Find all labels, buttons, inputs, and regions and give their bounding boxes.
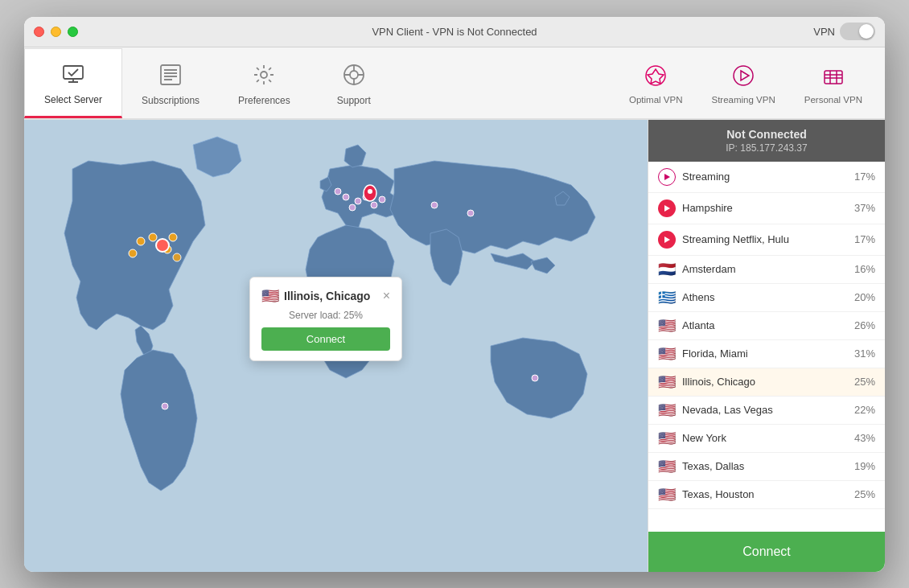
svg-point-39 xyxy=(349,204,356,211)
server-list-item[interactable]: 🇺🇸Nevada, Las Vegas22% xyxy=(648,397,885,425)
maximize-button[interactable] xyxy=(68,27,78,37)
svg-rect-0 xyxy=(64,66,83,79)
select-server-label: Select Server xyxy=(44,94,102,105)
server-list-item[interactable]: 🇺🇸Texas, Dallas19% xyxy=(648,453,885,481)
vpn-toggle-container: VPN xyxy=(813,23,875,40)
server-name: New York xyxy=(682,432,841,444)
svg-point-44 xyxy=(162,403,168,409)
popup-close-button[interactable]: × xyxy=(383,290,390,302)
streaming-vpn-button[interactable]: Streaming VPN xyxy=(699,55,788,111)
server-load: 37% xyxy=(847,202,875,214)
svg-point-46 xyxy=(532,375,538,381)
server-list-item[interactable]: 🇳🇱Amsterdam16% xyxy=(648,256,885,284)
server-name: Atlanta xyxy=(682,319,841,331)
preferences-icon xyxy=(249,60,279,90)
server-name: Texas, Houston xyxy=(682,488,841,500)
panel-header: Not Connected IP: 185.177.243.37 xyxy=(648,120,885,162)
preferences-label: Preferences xyxy=(238,95,290,106)
right-panel: Not Connected IP: 185.177.243.37 Streami… xyxy=(648,120,885,572)
svg-point-35 xyxy=(355,198,361,204)
tab-support[interactable]: Support xyxy=(310,47,398,118)
svg-point-10 xyxy=(350,71,358,79)
personal-vpn-icon xyxy=(819,61,848,90)
optimal-vpn-icon xyxy=(641,61,670,90)
svg-point-37 xyxy=(371,202,377,208)
server-load: 43% xyxy=(847,432,875,444)
svg-point-31 xyxy=(129,249,137,257)
server-load: 17% xyxy=(847,171,875,183)
svg-point-32 xyxy=(156,239,169,252)
svg-marker-48 xyxy=(664,205,670,212)
server-name: Florida, Miami xyxy=(682,347,841,360)
map-area[interactable]: 🇺🇸 Illinois, Chicago × Server load: 25% … xyxy=(24,120,648,572)
select-server-icon xyxy=(58,59,88,89)
svg-point-34 xyxy=(343,194,349,200)
tab-preferences[interactable]: Preferences xyxy=(219,47,310,118)
subscriptions-label: Subscriptions xyxy=(142,95,199,106)
popup-flag: 🇺🇸 xyxy=(261,287,279,305)
server-list-item[interactable]: Streaming Netflix, Hulu17% xyxy=(648,224,885,256)
server-name: Illinois, Chicago xyxy=(682,376,841,388)
main-connect-button[interactable]: Connect xyxy=(648,532,885,572)
subscriptions-icon xyxy=(155,60,186,90)
app-window: VPN Client - VPN is Not Connected VPN Se… xyxy=(24,17,885,572)
support-label: Support xyxy=(337,95,371,106)
map-popup: 🇺🇸 Illinois, Chicago × Server load: 25% … xyxy=(249,277,402,361)
server-list: Streaming17%Hampshire37%Streaming Netfli… xyxy=(648,162,885,532)
optimal-vpn-button[interactable]: Optimal VPN xyxy=(616,55,695,111)
server-list-item[interactable]: 🇺🇸Atlanta26% xyxy=(648,312,885,340)
main-content: 🇺🇸 Illinois, Chicago × Server load: 25% … xyxy=(24,120,885,572)
window-title: VPN Client - VPN is Not Connected xyxy=(372,26,537,38)
server-load: 20% xyxy=(847,291,875,303)
svg-point-43 xyxy=(467,210,474,216)
server-list-item[interactable]: Hampshire37% xyxy=(648,193,885,224)
server-list-item[interactable]: 🇬🇷Athens20% xyxy=(648,284,885,312)
server-name: Hampshire xyxy=(682,202,841,214)
server-load: 16% xyxy=(847,263,875,275)
popup-connect-button[interactable]: Connect xyxy=(261,327,390,351)
server-name: Streaming Netflix, Hulu xyxy=(682,233,841,245)
minimize-button[interactable] xyxy=(51,27,61,37)
svg-point-25 xyxy=(169,233,177,241)
ip-address: IP: 185.177.243.37 xyxy=(660,142,874,154)
vpn-toggle-label: VPN xyxy=(813,26,835,38)
svg-point-8 xyxy=(261,72,267,78)
svg-point-29 xyxy=(149,233,157,241)
personal-vpn-button[interactable]: Personal VPN xyxy=(792,55,875,111)
svg-marker-16 xyxy=(648,69,664,84)
svg-point-41 xyxy=(368,189,372,194)
svg-marker-49 xyxy=(664,236,670,243)
svg-rect-3 xyxy=(161,65,180,84)
tab-select-server[interactable]: Select Server xyxy=(24,48,122,118)
server-name: Athens xyxy=(682,291,841,303)
svg-point-38 xyxy=(379,196,385,203)
server-load: 26% xyxy=(847,319,875,331)
titlebar: VPN Client - VPN is Not Connected VPN xyxy=(24,17,885,47)
toolbar-right: Optimal VPN Streaming VPN xyxy=(616,47,885,118)
toolbar: Select Server Subscriptions xyxy=(24,47,885,120)
streaming-vpn-icon xyxy=(729,61,758,90)
streaming-vpn-label: Streaming VPN xyxy=(712,95,775,105)
popup-title: 🇺🇸 Illinois, Chicago xyxy=(261,287,370,305)
server-list-item[interactable]: 🇺🇸New York43% xyxy=(648,425,885,453)
connection-status: Not Connected xyxy=(660,128,874,141)
svg-marker-47 xyxy=(664,174,670,180)
server-list-item[interactable]: 🇺🇸Illinois, Chicago25% xyxy=(648,368,885,397)
server-list-item[interactable]: Streaming17% xyxy=(648,162,885,193)
optimal-vpn-label: Optimal VPN xyxy=(629,95,682,105)
vpn-toggle-switch[interactable] xyxy=(840,23,875,40)
server-load: 25% xyxy=(847,488,875,500)
server-name: Texas, Dallas xyxy=(682,460,841,472)
support-icon xyxy=(339,60,369,90)
server-list-item[interactable]: 🇺🇸Florida, Miami31% xyxy=(648,340,885,368)
popup-header: 🇺🇸 Illinois, Chicago × xyxy=(261,287,390,305)
close-button[interactable] xyxy=(34,27,44,37)
svg-rect-19 xyxy=(825,71,842,84)
server-load: 31% xyxy=(847,347,875,360)
svg-point-42 xyxy=(431,202,438,208)
tab-subscriptions[interactable]: Subscriptions xyxy=(122,47,219,118)
server-load: 19% xyxy=(847,460,875,472)
server-name: Nevada, Las Vegas xyxy=(682,404,841,416)
server-list-item[interactable]: 🇺🇸Texas, Houston25% xyxy=(648,481,885,509)
server-load: 17% xyxy=(847,233,875,245)
